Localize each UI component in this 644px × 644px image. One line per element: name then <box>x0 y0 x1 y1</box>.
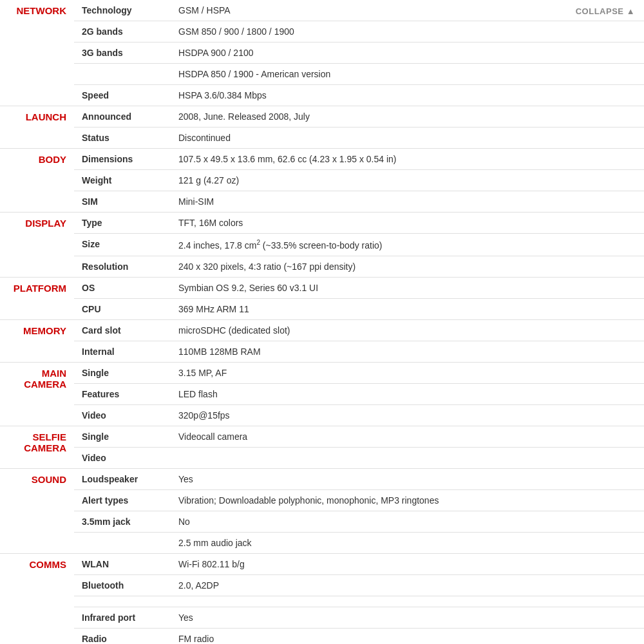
table-row: COMMSWLANWi-Fi 802.11 b/g <box>0 553 644 574</box>
value-cell: microSDHC (dedicated slot) <box>171 319 644 341</box>
table-row: LAUNCHAnnounced2008, June. Released 2008… <box>0 106 644 128</box>
category-cell: COMMS <box>0 553 74 644</box>
label-cell: Single <box>74 426 171 447</box>
value-cell: 320p@15fps <box>171 404 644 426</box>
label-cell: Speed <box>74 85 171 106</box>
value-cell: Symbian OS 9.2, Series 60 v3.1 UI <box>171 277 644 298</box>
value-cell: HSPA 3.6/0.384 Mbps <box>171 85 644 106</box>
label-cell <box>74 596 171 607</box>
label-cell: Radio <box>74 628 171 644</box>
label-cell: Type <box>74 213 171 234</box>
label-cell: 3G bands <box>74 43 171 64</box>
label-cell: Video <box>74 404 171 426</box>
collapse-button[interactable]: COLLAPSE ▲ <box>567 0 644 23</box>
table-row: Infrared portYes <box>0 607 644 628</box>
label-cell <box>74 64 171 85</box>
table-row: 2G bandsGSM 850 / 900 / 1800 / 1900 <box>0 21 644 43</box>
value-cell: 369 MHz ARM 11 <box>171 298 644 319</box>
table-row: NETWORKTechnologyGSM / HSPA <box>0 0 644 21</box>
table-row: MAINCAMERASingle3.15 MP, AF <box>0 362 644 383</box>
category-cell: MEMORY <box>0 319 74 362</box>
table-row: Weight121 g (4.27 oz) <box>0 170 644 191</box>
value-cell <box>171 596 644 607</box>
value-cell: Mini-SIM <box>171 191 644 213</box>
label-cell: Technology <box>74 0 171 21</box>
table-row: SpeedHSPA 3.6/0.384 Mbps <box>0 85 644 106</box>
value-cell: HSDPA 900 / 2100 <box>171 43 644 64</box>
value-cell: FM radio <box>171 628 644 644</box>
table-row: SIMMini-SIM <box>0 191 644 213</box>
value-cell: 2.5 mm audio jack <box>171 532 644 553</box>
table-row: Size2.4 inches, 17.8 cm2 (~33.5% screen-… <box>0 234 644 256</box>
table-row: 3G bandsHSDPA 900 / 2100 <box>0 43 644 64</box>
table-row: Video320p@15fps <box>0 404 644 426</box>
value-cell: GSM 850 / 900 / 1800 / 1900 <box>171 21 644 43</box>
value-cell: 2008, June. Released 2008, July <box>171 106 644 128</box>
value-cell: 2.4 inches, 17.8 cm2 (~33.5% screen-to-b… <box>171 234 644 256</box>
table-row: StatusDiscontinued <box>0 128 644 149</box>
category-cell: SOUND <box>0 468 74 553</box>
category-cell: PLATFORM <box>0 277 74 319</box>
label-cell: 2G bands <box>74 21 171 43</box>
table-row: Alert typesVibration; Downloadable polyp… <box>0 489 644 511</box>
category-cell: LAUNCH <box>0 106 74 149</box>
value-cell: 240 x 320 pixels, 4:3 ratio (~167 ppi de… <box>171 256 644 277</box>
label-cell: Infrared port <box>74 607 171 628</box>
table-row: CPU369 MHz ARM 11 <box>0 298 644 319</box>
table-row: BODYDimensions107.5 x 49.5 x 13.6 mm, 62… <box>0 149 644 170</box>
table-row: RadioFM radio <box>0 628 644 644</box>
label-cell: Weight <box>74 170 171 191</box>
label-cell: Features <box>74 383 171 404</box>
label-cell: Bluetooth <box>74 574 171 596</box>
table-row: SELFIECAMERASingleVideocall camera <box>0 426 644 447</box>
label-cell: WLAN <box>74 553 171 574</box>
table-row: 2.5 mm audio jack <box>0 532 644 553</box>
table-row: 3.5mm jackNo <box>0 511 644 532</box>
spec-table: NETWORKTechnologyGSM / HSPA2G bandsGSM 8… <box>0 0 644 644</box>
value-cell: No <box>171 511 644 532</box>
value-cell: 2.0, A2DP <box>171 574 644 596</box>
label-cell: Alert types <box>74 489 171 511</box>
label-cell: Dimensions <box>74 149 171 170</box>
value-cell: 3.15 MP, AF <box>171 362 644 383</box>
category-cell: BODY <box>0 149 74 213</box>
table-row: SOUNDLoudspeakerYes <box>0 468 644 489</box>
label-cell: Status <box>74 128 171 149</box>
value-cell: Wi-Fi 802.11 b/g <box>171 553 644 574</box>
label-cell: Announced <box>74 106 171 128</box>
label-cell: Video <box>74 447 171 468</box>
value-cell: HSDPA 850 / 1900 - American version <box>171 64 644 85</box>
value-cell: Yes <box>171 468 644 489</box>
label-cell: Internal <box>74 341 171 362</box>
label-cell: Resolution <box>74 256 171 277</box>
value-cell: LED flash <box>171 383 644 404</box>
table-row: HSDPA 850 / 1900 - American version <box>0 64 644 85</box>
value-cell <box>171 447 644 468</box>
label-cell <box>74 532 171 553</box>
category-cell: MAINCAMERA <box>0 362 74 426</box>
value-cell: Discontinued <box>171 128 644 149</box>
table-row: PLATFORMOSSymbian OS 9.2, Series 60 v3.1… <box>0 277 644 298</box>
label-cell: Card slot <box>74 319 171 341</box>
table-row: MEMORYCard slotmicroSDHC (dedicated slot… <box>0 319 644 341</box>
table-row: Bluetooth2.0, A2DP <box>0 574 644 596</box>
category-cell: SELFIECAMERA <box>0 426 74 468</box>
value-cell: 110MB 128MB RAM <box>171 341 644 362</box>
value-cell: Videocall camera <box>171 426 644 447</box>
value-cell: TFT, 16M colors <box>171 213 644 234</box>
value-cell: 121 g (4.27 oz) <box>171 170 644 191</box>
label-cell: Single <box>74 362 171 383</box>
table-row: FeaturesLED flash <box>0 383 644 404</box>
table-row: Video <box>0 447 644 468</box>
label-cell: CPU <box>74 298 171 319</box>
label-cell: SIM <box>74 191 171 213</box>
label-cell: OS <box>74 277 171 298</box>
value-cell: 107.5 x 49.5 x 13.6 mm, 62.6 cc (4.23 x … <box>171 149 644 170</box>
value-cell: Yes <box>171 607 644 628</box>
label-cell: 3.5mm jack <box>74 511 171 532</box>
value-cell: Vibration; Downloadable polyphonic, mono… <box>171 489 644 511</box>
table-row <box>0 596 644 607</box>
label-cell: Size <box>74 234 171 256</box>
table-row: Resolution240 x 320 pixels, 4:3 ratio (~… <box>0 256 644 277</box>
category-cell: NETWORK <box>0 0 74 106</box>
